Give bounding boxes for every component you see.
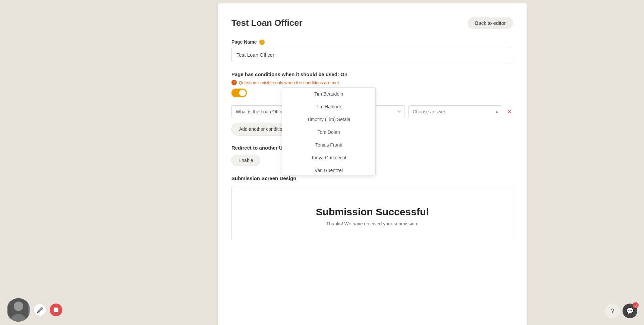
page-name-label: Page Name i	[231, 39, 513, 45]
dropdown-item-tim-beaudoin[interactable]: Tim Beaudoin	[282, 88, 375, 100]
submission-preview: Submission Successful Thanks! We have re…	[231, 186, 513, 240]
avatar-area: 🎤	[7, 298, 62, 322]
stop-button[interactable]	[50, 304, 62, 316]
panel-title: Test Loan Officer	[231, 18, 303, 28]
page-name-section: Page Name i	[231, 39, 513, 71]
submission-title: Submission Successful	[238, 206, 506, 218]
toggle-slider	[231, 89, 247, 97]
bottom-right-icons: ? 💬 3	[605, 304, 637, 318]
dropdown-item-timothy-setala[interactable]: Timothy (Tim) Setala	[282, 113, 375, 126]
chat-badge: 3	[633, 302, 639, 308]
dropdown-scroll: Tim BeaudoinTim HadlockTimothy (Tim) Set…	[282, 88, 375, 175]
microphone-button[interactable]: 🎤	[34, 304, 46, 316]
dropdown-item-tim-hadlock[interactable]: Tim Hadlock	[282, 100, 375, 113]
dropdown-item-van-guentzel[interactable]: Van Guentzel	[282, 164, 375, 175]
stop-icon	[54, 308, 58, 312]
conditions-toggle[interactable]	[231, 89, 247, 97]
mic-icon: 🎤	[37, 307, 43, 313]
conditions-header: Page has conditions when it should be us…	[231, 71, 513, 77]
enable-redirect-button[interactable]: Enable	[231, 155, 260, 166]
submission-section: Submission Screen Design Submission Succ…	[231, 175, 513, 240]
question-icon: ?	[611, 308, 614, 315]
chat-button[interactable]: 💬 3	[623, 304, 637, 318]
help-button[interactable]: ?	[605, 304, 620, 318]
svg-point-1	[14, 302, 23, 311]
dropdown-item-tonius-frank[interactable]: Tonius Frank	[282, 139, 375, 151]
dropdown-item-tonya-gutknecht[interactable]: Tonya Gutknecht	[282, 151, 375, 164]
dropdown-item-tom-dolan[interactable]: Tom Dolan	[282, 126, 375, 139]
warning-icon: !	[231, 80, 237, 85]
answer-dropdown: Tim BeaudoinTim HadlockTimothy (Tim) Set…	[282, 87, 376, 175]
avatar	[7, 298, 30, 322]
remove-condition-button[interactable]: ✕	[505, 107, 513, 117]
conditions-warning: ! Question is visible only when the cond…	[231, 80, 513, 85]
page-name-input[interactable]	[231, 48, 513, 62]
answer-select[interactable]: Choose answer	[408, 105, 502, 118]
back-to-editor-button[interactable]: Back to editor	[468, 17, 513, 29]
info-icon: i	[259, 40, 265, 45]
submission-label: Submission Screen Design	[231, 175, 513, 181]
panel-header: Test Loan Officer Back to editor	[231, 17, 513, 29]
chat-icon: 💬	[626, 307, 634, 315]
submission-subtitle: Thanks! We have received your submission…	[238, 221, 506, 226]
answer-wrapper: Choose answer ▲	[408, 105, 502, 118]
